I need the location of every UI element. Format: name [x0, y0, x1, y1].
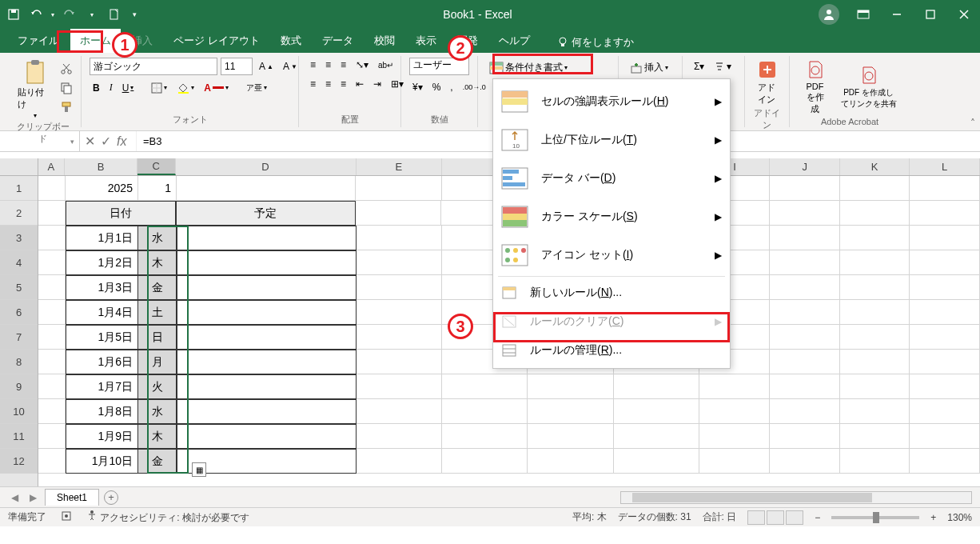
zoom-in-icon[interactable]: + [930, 512, 936, 523]
cell[interactable] [840, 201, 910, 226]
cell[interactable] [770, 325, 840, 350]
align-right-icon[interactable]: ≡ [337, 77, 349, 91]
cell[interactable]: 予定 [176, 201, 356, 226]
format-painter-icon[interactable] [60, 101, 73, 117]
cell[interactable] [38, 176, 66, 201]
cell[interactable] [177, 325, 356, 350]
col-header-A[interactable]: A [38, 158, 65, 175]
sheet-tab-1[interactable]: Sheet1 [45, 489, 99, 506]
cell[interactable] [910, 399, 980, 424]
cell[interactable]: 水 [138, 226, 177, 250]
cell[interactable] [177, 424, 356, 449]
cell[interactable] [177, 300, 356, 325]
cell[interactable] [840, 325, 910, 350]
row-header-5[interactable]: 5 [0, 275, 38, 300]
view-normal-icon[interactable] [747, 510, 765, 525]
cell[interactable] [528, 424, 613, 449]
enter-formula-icon[interactable]: ✓ [101, 134, 115, 149]
cell[interactable]: 2025 [66, 176, 138, 201]
row-header-10[interactable]: 10 [0, 399, 38, 424]
cell[interactable] [356, 201, 442, 226]
cell[interactable]: 1月4日 [66, 300, 138, 325]
cell[interactable]: 1月8日 [66, 399, 138, 424]
decrease-indent-icon[interactable]: ⇤ [353, 77, 367, 91]
bold-button[interactable]: B [90, 81, 103, 95]
cell[interactable] [442, 424, 528, 449]
pdf-create-button[interactable]: PDF を作成 [798, 58, 832, 117]
cell[interactable] [38, 250, 66, 275]
autofill-options-icon[interactable]: ▦ [192, 462, 206, 477]
sheet-nav-prev[interactable]: ◀ [8, 492, 22, 503]
cell[interactable] [38, 275, 66, 300]
cell[interactable] [770, 275, 840, 300]
cell[interactable] [177, 275, 356, 300]
cell[interactable]: 1月5日 [66, 325, 138, 350]
cell[interactable] [910, 449, 980, 474]
tab-review[interactable]: 校閲 [365, 29, 404, 53]
autosum-icon[interactable]: Σ▾ [691, 59, 707, 74]
cell[interactable] [528, 399, 613, 424]
comma-icon[interactable]: , [447, 80, 456, 94]
cell[interactable]: 木 [138, 250, 177, 275]
cell[interactable]: 1月1日 [66, 226, 138, 250]
redo-icon[interactable] [62, 7, 77, 22]
cell[interactable]: 金 [138, 275, 177, 300]
cell[interactable] [177, 350, 356, 374]
fx-icon[interactable]: fx [117, 134, 131, 149]
cell[interactable] [614, 449, 699, 474]
row-header-12[interactable]: 12 [0, 449, 38, 474]
cell[interactable] [699, 374, 770, 399]
align-left-icon[interactable]: ≡ [307, 77, 319, 91]
row-header-1[interactable]: 1 [0, 176, 38, 201]
zoom-out-icon[interactable]: − [815, 512, 820, 523]
col-header-E[interactable]: E [357, 158, 443, 175]
cell[interactable] [910, 424, 980, 449]
col-header-C[interactable]: C [137, 158, 175, 175]
cell[interactable]: 1月6日 [66, 350, 138, 374]
tab-view[interactable]: 表示 [406, 29, 446, 53]
cell[interactable] [770, 300, 840, 325]
cell[interactable] [770, 250, 840, 275]
cell[interactable] [38, 201, 66, 226]
cell[interactable] [770, 201, 840, 226]
tab-data[interactable]: データ [313, 29, 363, 53]
cell[interactable] [356, 176, 441, 201]
cell[interactable] [177, 374, 356, 399]
cell[interactable] [357, 449, 442, 474]
cut-icon[interactable] [60, 62, 73, 78]
cell[interactable]: 1月10日 [66, 449, 138, 474]
cell[interactable] [38, 424, 66, 449]
cell[interactable] [910, 350, 980, 374]
row-header-8[interactable]: 8 [0, 350, 38, 374]
cf-icon-sets[interactable]: アイコン セット(I) ▶ [493, 236, 730, 274]
cf-data-bars[interactable]: データ バー(D) ▶ [493, 159, 730, 198]
cell[interactable] [770, 176, 840, 201]
cell[interactable] [910, 176, 980, 201]
undo-dropdown-icon[interactable]: ▾ [51, 11, 54, 18]
cell[interactable] [910, 300, 980, 325]
cell[interactable] [840, 350, 910, 374]
row-header-7[interactable]: 7 [0, 325, 38, 350]
cell[interactable]: 水 [138, 399, 177, 424]
save-icon[interactable] [6, 7, 21, 22]
cf-new-rule[interactable]: 新しいルール(N)... [493, 278, 730, 307]
col-header-D[interactable]: D [176, 158, 357, 175]
align-middle-icon[interactable]: ≡ [322, 58, 334, 72]
cell[interactable] [38, 399, 66, 424]
fill-color-icon[interactable]: ▾ [173, 81, 197, 95]
cell[interactable] [770, 350, 840, 374]
cell[interactable] [910, 374, 980, 399]
cell[interactable]: 1月7日 [66, 374, 138, 399]
decrease-font-icon[interactable]: A▼ [280, 59, 301, 74]
cell[interactable]: 1 [138, 176, 177, 201]
cell[interactable] [840, 449, 910, 474]
tab-formulas[interactable]: 数式 [271, 29, 311, 53]
cell[interactable] [357, 275, 442, 300]
cell[interactable] [910, 275, 980, 300]
underline-button[interactable]: U ▾ [119, 81, 137, 95]
cell[interactable] [910, 201, 980, 226]
worksheet-grid[interactable]: 1 2 3 4 5 6 7 8 9 10 11 12 A B C D E I J… [0, 158, 980, 486]
align-top-icon[interactable]: ≡ [307, 58, 319, 72]
increase-font-icon[interactable]: A▲ [256, 59, 277, 74]
align-center-icon[interactable]: ≡ [322, 77, 334, 91]
